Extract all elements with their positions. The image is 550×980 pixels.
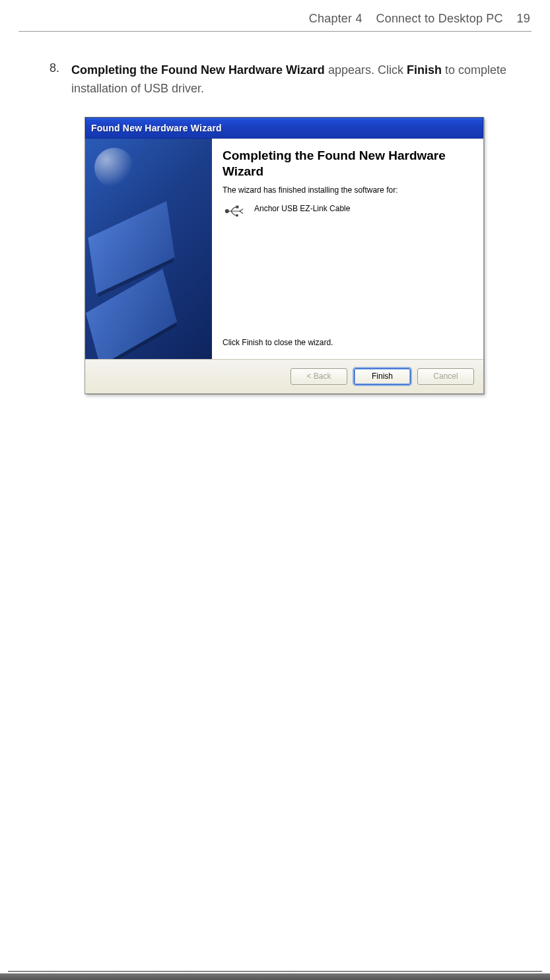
- svg-rect-1: [236, 206, 238, 209]
- step-row: 8. Completing the Found New Hardware Wiz…: [13, 61, 537, 98]
- usb-icon: [224, 204, 245, 218]
- wizard-footer: < Back Finish Cancel: [85, 359, 483, 393]
- footer-bar: [0, 973, 550, 980]
- content-block: 8. Completing the Found New Hardware Wiz…: [0, 32, 550, 394]
- wizard-side-graphic: [85, 139, 212, 359]
- step-body: Completing the Found New Hardware Wizard…: [71, 61, 537, 98]
- wizard-heading: Completing the Found New Hardware Wizard: [223, 148, 473, 180]
- cancel-button: Cancel: [417, 368, 474, 385]
- step-bold-intro: Completing the Found New Hardware Wizard: [71, 63, 325, 77]
- step-number: 8.: [13, 61, 71, 98]
- step-bold-finish: Finish: [407, 63, 442, 77]
- wizard-title-text: Found New Hardware Wizard: [91, 123, 222, 133]
- finish-button[interactable]: Finish: [354, 368, 411, 385]
- wizard-intro-text: The wizard has finished installing the s…: [223, 185, 473, 195]
- svg-point-2: [236, 214, 238, 217]
- wizard-titlebar[interactable]: Found New Hardware Wizard: [85, 117, 483, 139]
- wizard-body: Completing the Found New Hardware Wizard…: [85, 139, 483, 359]
- device-name: Anchor USB EZ-Link Cable: [254, 203, 350, 213]
- step-text-mid: appears. Click: [325, 63, 407, 77]
- side-glow: [94, 148, 134, 187]
- page-header: Chapter 4 Connect to Desktop PC 19: [0, 0, 550, 31]
- back-button: < Back: [291, 368, 347, 385]
- footer-rule: [8, 971, 542, 972]
- section-title: Connect to Desktop PC: [376, 12, 502, 25]
- chapter-label: Chapter 4: [309, 12, 362, 25]
- page-number: 19: [517, 12, 530, 25]
- wizard-close-text: Click Finish to close the wizard.: [223, 338, 333, 347]
- device-row: Anchor USB EZ-Link Cable: [224, 203, 473, 218]
- wizard-main: Completing the Found New Hardware Wizard…: [212, 139, 483, 359]
- wizard-window: Found New Hardware Wizard Completing the…: [85, 117, 484, 394]
